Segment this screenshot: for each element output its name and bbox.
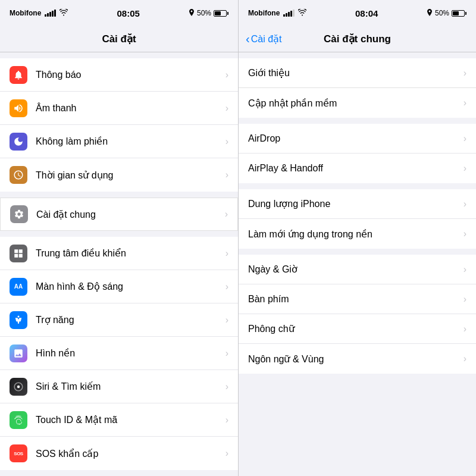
touchid-icon xyxy=(10,411,27,429)
ngon-ngu-label: Ngôn ngữ & Vùng xyxy=(248,353,464,365)
siri-label: Siri & Tìm kiếm xyxy=(36,381,226,392)
left-status-right: 50% xyxy=(189,9,228,18)
ngay-gio-chevron: › xyxy=(464,264,466,275)
right-item-ngay-gio[interactable]: Ngày & Giờ › xyxy=(239,255,476,284)
lam-moi-chevron: › xyxy=(464,228,466,239)
right-battery-icon xyxy=(452,10,466,17)
right-time: 08:04 xyxy=(355,8,378,18)
right-location-icon xyxy=(427,9,433,18)
left-signal-bars xyxy=(45,10,56,17)
left-settings-list[interactable]: Thông báo › Âm thanh › Không làm phiền › xyxy=(0,52,238,476)
hn-chevron: › xyxy=(226,348,228,359)
svg-point-0 xyxy=(18,315,20,317)
right-item-gioi-thieu[interactable]: Giới thiệu › xyxy=(239,58,476,88)
left-group-1: Thông báo › Âm thanh › Không làm phiền › xyxy=(0,58,238,192)
ttdk-icon xyxy=(10,245,27,262)
left-carrier: Mobifone xyxy=(10,9,41,17)
tn-label: Trợ năng xyxy=(36,314,226,325)
settings-item-touch-id[interactable]: Touch ID & Mật mã › xyxy=(0,403,238,437)
left-location-icon xyxy=(189,9,195,18)
right-group-3: Dung lượng iPhone › Làm mới ứng dụng tro… xyxy=(239,189,476,249)
klp-chevron: › xyxy=(226,136,228,147)
right-group-2: AirDrop › AirPlay & Handoff › xyxy=(239,124,476,183)
thong-bao-chevron: › xyxy=(226,70,228,80)
klp-icon xyxy=(10,133,27,151)
settings-item-ttdk[interactable]: Trung tâm điều khiển › xyxy=(0,237,238,270)
siri-icon xyxy=(10,378,27,396)
ttdk-chevron: › xyxy=(226,248,228,259)
left-group-2: Cài đặt chung › xyxy=(0,198,238,231)
right-nav-back-label: Cài đặt xyxy=(251,33,282,45)
hn-icon xyxy=(10,345,27,362)
right-item-ban-phim[interactable]: Bàn phím › xyxy=(239,284,476,314)
settings-item-sos[interactable]: SOS SOS khẩn cấp › xyxy=(0,437,238,470)
airdrop-chevron: › xyxy=(464,133,466,144)
left-group-3: Trung tâm điều khiển › AA Màn hình & Độ … xyxy=(0,237,238,470)
left-status-left: Mobifone xyxy=(10,9,68,18)
settings-item-thoi-gian[interactable]: Thời gian sử dụng › xyxy=(0,158,238,192)
settings-item-siri[interactable]: Siri & Tìm kiếm › xyxy=(0,370,238,403)
tgsd-chevron: › xyxy=(226,170,228,180)
hn-label: Hình nền xyxy=(36,347,226,359)
cdchung-icon xyxy=(10,205,28,223)
cap-nhat-chevron: › xyxy=(464,98,466,108)
tgsd-label: Thời gian sử dụng xyxy=(36,170,226,181)
right-nav-bar: ‹ Cài đặt Cài đặt chung xyxy=(239,26,476,52)
sos-label: SOS khẩn cấp xyxy=(36,448,226,459)
touchid-chevron: › xyxy=(226,415,228,425)
left-percent: 50% xyxy=(197,9,211,17)
tn-chevron: › xyxy=(226,315,228,325)
dung-luong-chevron: › xyxy=(464,199,466,209)
ban-phim-chevron: › xyxy=(464,294,466,305)
gioi-thieu-chevron: › xyxy=(464,68,466,79)
right-carrier: Mobifone xyxy=(248,9,280,17)
right-percent: 50% xyxy=(435,9,449,17)
right-item-cap-nhat[interactable]: Cập nhật phần mềm › xyxy=(239,88,476,118)
ttdk-label: Trung tâm điều khiển xyxy=(36,248,226,259)
left-status-bar: Mobifone 08:05 50% xyxy=(0,0,238,26)
right-nav-title: Cài đặt chung xyxy=(324,33,391,45)
right-item-airdrop[interactable]: AirDrop › xyxy=(239,124,476,154)
gioi-thieu-label: Giới thiệu xyxy=(248,67,464,79)
cap-nhat-label: Cập nhật phần mềm xyxy=(248,98,464,109)
settings-item-thong-bao[interactable]: Thông báo › xyxy=(0,58,238,92)
ngay-gio-label: Ngày & Giờ xyxy=(248,264,464,275)
cdchung-label: Cài đặt chung xyxy=(36,209,225,220)
sos-icon: SOS xyxy=(10,444,27,462)
right-signal-bars xyxy=(283,10,295,17)
right-item-ngon-ngu[interactable]: Ngôn ngữ & Vùng › xyxy=(239,344,476,374)
back-chevron-icon: ‹ xyxy=(246,33,250,45)
settings-item-am-thanh[interactable]: Âm thanh › xyxy=(0,92,238,125)
right-status-left: Mobifone xyxy=(248,9,306,18)
settings-item-tro-nang[interactable]: Trợ năng › xyxy=(0,303,238,337)
right-item-lam-moi[interactable]: Làm mới ứng dụng trong nền › xyxy=(239,219,476,249)
right-status-right: 50% xyxy=(427,9,466,18)
settings-item-man-hinh[interactable]: AA Màn hình & Độ sáng › xyxy=(0,270,238,303)
right-nav-back[interactable]: ‹ Cài đặt xyxy=(246,33,281,45)
siri-chevron: › xyxy=(226,381,228,392)
am-thanh-icon xyxy=(10,99,27,117)
right-panel: Mobifone 08:04 50% xyxy=(238,0,476,476)
manh-label: Màn hình & Độ sáng xyxy=(36,281,226,292)
manh-chevron: › xyxy=(226,281,228,292)
right-wifi-icon xyxy=(298,9,306,18)
airplay-chevron: › xyxy=(464,163,466,174)
thong-bao-icon xyxy=(10,66,27,84)
left-battery-icon xyxy=(214,10,228,17)
klp-label: Không làm phiền xyxy=(36,136,226,147)
left-nav-title: Cài đặt xyxy=(102,33,136,45)
right-group-1: Giới thiệu › Cập nhật phần mềm › xyxy=(239,58,476,118)
settings-item-khong-lam-phien[interactable]: Không làm phiền › xyxy=(0,125,238,158)
right-settings-list[interactable]: Giới thiệu › Cập nhật phần mềm › AirDrop… xyxy=(239,52,476,476)
settings-item-cai-dat-chung[interactable]: Cài đặt chung › xyxy=(0,198,238,231)
settings-item-hinh-nen[interactable]: Hình nền › xyxy=(0,337,238,370)
dung-luong-label: Dung lượng iPhone xyxy=(248,198,464,209)
manh-icon: AA xyxy=(10,278,27,296)
right-item-phong-chu[interactable]: Phông chữ › xyxy=(239,314,476,344)
thong-bao-label: Thông báo xyxy=(36,70,226,80)
left-nav-bar: Cài đặt xyxy=(0,26,238,52)
right-group-4: Ngày & Giờ › Bàn phím › Phông chữ › Ngôn… xyxy=(239,255,476,374)
airdrop-label: AirDrop xyxy=(248,133,464,144)
right-item-airplay[interactable]: AirPlay & Handoff › xyxy=(239,154,476,183)
right-item-dung-luong[interactable]: Dung lượng iPhone › xyxy=(239,189,476,219)
